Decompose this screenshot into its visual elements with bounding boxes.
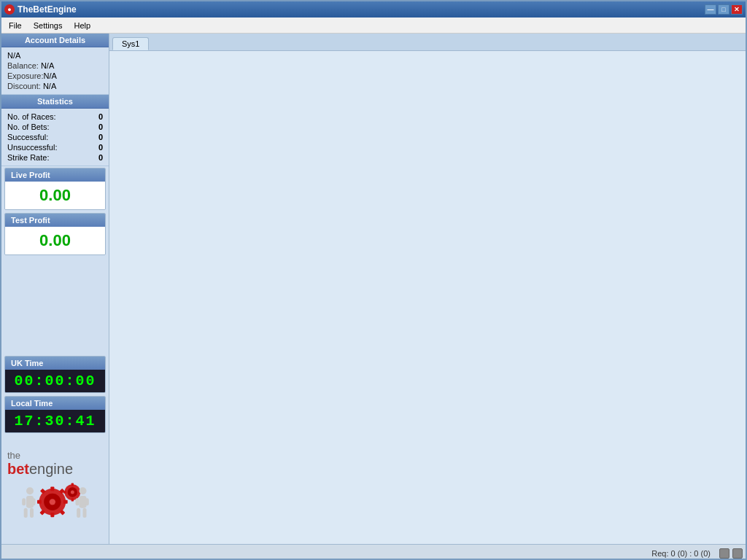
logo-area: the betengine — [1, 435, 109, 544]
svg-rect-5 — [31, 498, 35, 505]
svg-rect-12 — [37, 500, 42, 504]
live-profit-box: Live Profit 0.00 — [4, 168, 106, 210]
statistics-section: Statistics No. of Races: 0 No. of Bets: … — [1, 95, 109, 166]
account-details-section: Account Details N/A Balance: N/A Exposur… — [1, 34, 109, 95]
logo-text-area: the betengine — [7, 450, 103, 478]
stat-value-unsuccessful: 0 — [98, 143, 103, 152]
uk-time-value: 00:00:00 — [5, 370, 105, 392]
content-area: Sys1 — [109, 34, 746, 544]
local-time-box: Local Time 17:30:41 — [4, 396, 106, 433]
menu-file[interactable]: File — [3, 20, 28, 31]
titlebar-controls: — □ ✕ — [705, 4, 743, 15]
exposure-label: Exposure: — [7, 71, 44, 80]
main-layout: Account Details N/A Balance: N/A Exposur… — [1, 34, 746, 544]
logo-gear-icon — [19, 478, 92, 529]
svg-rect-2 — [23, 508, 27, 518]
svg-rect-11 — [63, 500, 67, 504]
stat-row-races: No. of Races: 0 — [7, 112, 103, 122]
statistics-section-content: No. of Races: 0 No. of Bets: 0 Successfu… — [1, 109, 109, 166]
account-exposure-row: Exposure:N/A — [7, 71, 103, 81]
test-profit-value: 0.00 — [5, 227, 105, 254]
stat-row-bets: No. of Bets: 0 — [7, 122, 103, 132]
statusbar-text: Req: 0 (0) : 0 (0) — [4, 549, 716, 558]
svg-rect-4 — [22, 498, 26, 505]
status-indicator-2 — [732, 548, 743, 559]
account-section-content: N/A Balance: N/A Exposure:N/A Discount: … — [1, 47, 109, 95]
svg-rect-20 — [71, 483, 73, 486]
statusbar: Req: 0 (0) : 0 (0) — [1, 544, 746, 560]
svg-rect-29 — [85, 498, 88, 505]
statistics-section-header: Statistics — [1, 95, 109, 109]
svg-point-24 — [79, 487, 86, 494]
logo-engine: engine — [29, 461, 73, 477]
exposure-value: N/A — [44, 71, 57, 80]
svg-rect-26 — [77, 508, 80, 518]
menu-help[interactable]: Help — [68, 20, 96, 31]
account-balance-row: Balance: N/A — [7, 61, 103, 71]
maximize-button[interactable]: □ — [718, 4, 729, 15]
minimize-button[interactable]: — — [705, 4, 716, 15]
test-profit-header: Test Profit — [5, 214, 105, 227]
content-pane — [109, 51, 746, 544]
stat-row-strikerate: Strike Rate: 0 — [7, 152, 103, 163]
sidebar: Account Details N/A Balance: N/A Exposur… — [1, 34, 109, 544]
logo-bet: bet — [7, 461, 29, 477]
stat-label-unsuccessful: Unsuccessful: — [7, 143, 57, 152]
stat-value-strikerate: 0 — [98, 153, 103, 162]
stat-value-races: 0 — [98, 112, 103, 121]
svg-rect-27 — [82, 508, 86, 518]
local-time-header: Local Time — [5, 397, 105, 410]
stat-value-successful: 0 — [98, 133, 103, 141]
test-profit-box: Test Profit 0.00 — [4, 213, 106, 255]
svg-point-8 — [49, 499, 55, 505]
titlebar-left: ● TheBetEngine — [4, 4, 77, 15]
discount-label: Discount: — [7, 82, 41, 90]
svg-rect-28 — [75, 498, 79, 505]
account-discount-row: Discount: N/A — [7, 81, 103, 91]
balance-value: N/A — [41, 61, 54, 70]
live-profit-value: 0.00 — [5, 182, 105, 209]
uk-time-header: UK Time — [5, 357, 105, 370]
titlebar: ● TheBetEngine — □ ✕ — [1, 1, 746, 18]
svg-rect-10 — [50, 513, 54, 517]
svg-point-0 — [26, 487, 34, 494]
stat-label-strikerate: Strike Rate: — [7, 153, 49, 162]
tab-sys1[interactable]: Sys1 — [112, 37, 149, 50]
stat-row-successful: Successful: 0 — [7, 132, 103, 142]
local-time-value: 17:30:41 — [5, 410, 105, 432]
live-profit-header: Live Profit — [5, 168, 105, 182]
svg-rect-3 — [30, 508, 34, 518]
tab-strip: Sys1 — [109, 34, 746, 51]
menubar: File Settings Help — [1, 18, 746, 34]
account-section-header: Account Details — [1, 34, 109, 47]
menu-settings[interactable]: Settings — [28, 20, 69, 31]
discount-value: N/A — [43, 82, 56, 90]
balance-label: Balance: — [7, 61, 39, 70]
stat-label-successful: Successful: — [7, 133, 48, 141]
app-title: TheBetEngine — [18, 4, 77, 15]
status-indicator-1 — [719, 548, 729, 559]
stat-label-races: No. of Races: — [7, 112, 56, 121]
app-icon: ● — [4, 4, 15, 15]
account-username: N/A — [7, 50, 103, 61]
close-button[interactable]: ✕ — [731, 4, 743, 15]
svg-rect-9 — [50, 487, 54, 491]
svg-rect-21 — [71, 498, 73, 501]
uk-time-box: UK Time 00:00:00 — [4, 356, 106, 393]
svg-rect-23 — [63, 491, 66, 493]
stat-label-bets: No. of Bets: — [7, 122, 49, 131]
stat-value-bets: 0 — [98, 122, 103, 131]
stat-row-unsuccessful: Unsuccessful: 0 — [7, 142, 103, 152]
logo-the: the — [7, 450, 20, 461]
svg-point-19 — [70, 491, 74, 494]
